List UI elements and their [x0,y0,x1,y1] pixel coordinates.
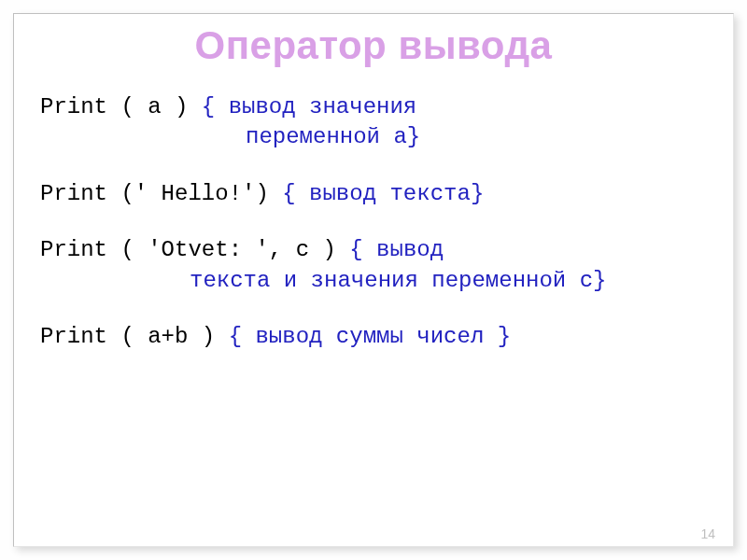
page-number: 14 [700,526,715,541]
code-comment-cont: переменной а} [40,122,707,152]
code-block: Print ( a ) { вывод значения переменной … [40,92,707,352]
code-line-4: Print ( a+b ) { вывод суммы чисел } [40,322,707,352]
code-line-3: Print ( 'Otvet: ', c ) { вывод текста и … [40,235,707,296]
code-line-1: Print ( a ) { вывод значения переменной … [40,92,707,153]
code-statement: Print ( a ) [40,94,202,119]
code-comment: { вывод текста} [282,181,484,206]
slide-title: Оператор вывода [40,23,707,68]
slide-frame: Оператор вывода Print ( a ) { вывод знач… [13,13,734,547]
code-comment: { вывод [349,237,444,262]
slide: Оператор вывода Print ( a ) { вывод знач… [0,0,747,560]
code-comment-cont: текста и значения переменной с} [40,266,707,296]
code-statement: Print (' Hello!') [40,181,282,206]
code-statement: Print ( 'Otvet: ', c ) [40,237,349,262]
code-comment: { вывод значения [202,94,416,119]
code-comment: { вывод суммы чисел } [229,324,511,349]
code-statement: Print ( a+b ) [40,324,229,349]
code-line-2: Print (' Hello!') { вывод текста} [40,179,707,209]
